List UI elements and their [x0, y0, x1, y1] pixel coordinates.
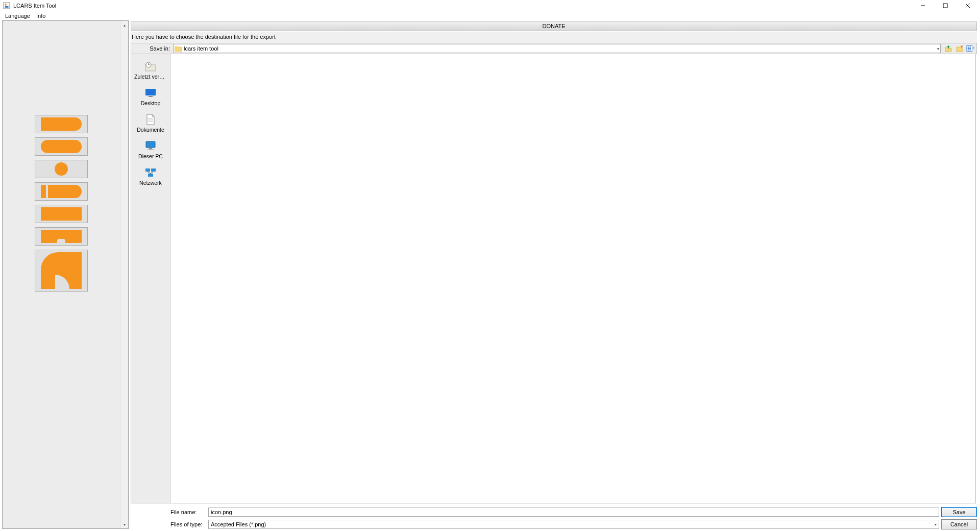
svg-rect-25	[145, 89, 156, 95]
desktop-icon	[143, 87, 158, 99]
scroll-down-icon[interactable]: ▾	[120, 520, 128, 528]
place-label: Zuletzt verw...	[134, 74, 167, 80]
svg-rect-34	[151, 168, 156, 172]
cancel-button[interactable]: Cancel	[941, 519, 977, 529]
file-name-label: File name:	[170, 509, 206, 515]
shape-pill[interactable]	[35, 137, 88, 156]
svg-rect-0	[4, 3, 10, 9]
documents-icon	[143, 113, 158, 126]
instruction-text: Here you have to choose the destination …	[131, 32, 977, 43]
svg-rect-7	[41, 140, 82, 153]
close-button[interactable]	[957, 0, 979, 11]
view-menu-icon[interactable]	[966, 44, 975, 53]
svg-line-36	[148, 172, 151, 174]
places-bar: Zuletzt verw... Desktop	[131, 54, 170, 503]
recent-icon	[143, 60, 158, 73]
svg-rect-10	[41, 207, 82, 221]
palette-scrollbar[interactable]: ▴ ▾	[120, 21, 128, 528]
shape-half-pill-right[interactable]	[35, 115, 88, 133]
network-icon	[143, 166, 158, 179]
file-name-input[interactable]	[208, 508, 939, 517]
shape-rectangle[interactable]	[35, 205, 88, 223]
svg-point-1	[5, 4, 7, 6]
place-documents[interactable]: Dokumente	[133, 111, 168, 135]
new-folder-icon[interactable]	[955, 44, 964, 53]
app-icon	[3, 2, 10, 9]
scroll-up-icon[interactable]: ▴	[120, 21, 128, 29]
file-list-area[interactable]	[170, 54, 976, 503]
place-network[interactable]: Netzwerk	[133, 164, 168, 188]
menu-language[interactable]: Language	[2, 13, 33, 19]
shape-split-pill[interactable]	[35, 182, 88, 201]
shape-circle[interactable]	[35, 160, 88, 178]
save-in-value: lcars item tool	[184, 45, 218, 52]
pc-icon	[143, 140, 158, 152]
files-of-type-combo[interactable]: Accepted Files (*.png) ▾	[208, 520, 939, 529]
save-button[interactable]: Save	[941, 507, 977, 517]
place-label: Netzwerk	[139, 180, 162, 186]
save-in-combo[interactable]: lcars item tool ▾	[173, 44, 941, 53]
svg-rect-17	[969, 46, 971, 47]
svg-rect-4	[943, 4, 947, 8]
place-label: Dokumente	[137, 127, 164, 133]
svg-point-8	[55, 162, 68, 176]
shape-rectangle-notch[interactable]	[35, 227, 88, 246]
svg-line-37	[151, 172, 153, 174]
place-recent[interactable]: Zuletzt verw...	[133, 58, 168, 82]
menu-info[interactable]: Info	[33, 13, 48, 19]
svg-rect-30	[146, 141, 155, 148]
svg-rect-32	[148, 149, 154, 150]
folder-icon	[175, 45, 182, 52]
shape-elbow[interactable]	[35, 250, 88, 292]
svg-rect-26	[149, 96, 153, 97]
svg-rect-21	[969, 50, 971, 51]
save-in-label: Save in:	[132, 45, 173, 52]
donate-button[interactable]: DONATE	[131, 21, 977, 31]
svg-rect-35	[148, 174, 153, 177]
svg-rect-19	[969, 48, 971, 49]
svg-rect-9	[41, 185, 46, 198]
place-this-pc[interactable]: Dieser PC	[133, 138, 168, 161]
chevron-down-icon: ▾	[935, 522, 937, 527]
up-one-level-icon[interactable]	[944, 44, 953, 53]
files-of-type-value: Accepted Files (*.png)	[211, 521, 266, 527]
svg-rect-18	[968, 48, 969, 49]
files-of-type-label: Files of type:	[170, 521, 206, 527]
minimize-button[interactable]	[912, 0, 934, 11]
svg-rect-20	[968, 50, 969, 51]
window-title: LCARS Item Tool	[13, 3, 56, 9]
place-desktop[interactable]: Desktop	[133, 85, 168, 108]
maximize-button[interactable]	[934, 0, 957, 11]
svg-rect-31	[149, 148, 152, 149]
place-label: Desktop	[141, 100, 161, 106]
chevron-down-icon: ▾	[937, 46, 939, 51]
place-label: Dieser PC	[138, 153, 163, 159]
svg-rect-16	[968, 46, 969, 47]
svg-rect-2	[5, 6, 9, 8]
shape-palette	[3, 21, 120, 292]
svg-rect-33	[145, 168, 150, 172]
